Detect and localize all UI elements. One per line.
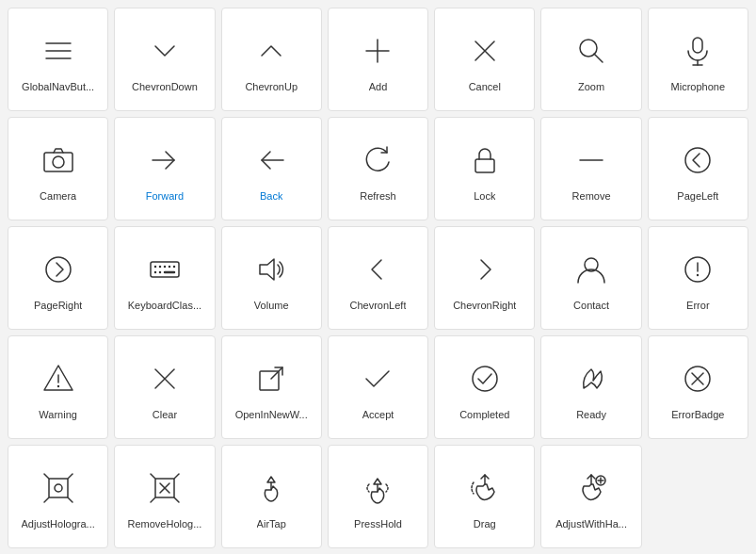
volume-icon xyxy=(249,247,294,292)
back-icon xyxy=(249,138,294,183)
icon-cell-back[interactable]: Back xyxy=(221,117,322,220)
icon-cell-press-hold[interactable]: PressHold xyxy=(328,445,428,548)
icon-label-cancel: Cancel xyxy=(469,81,501,93)
icon-label-page-left: PageLeft xyxy=(677,190,718,203)
icon-label-add: Add xyxy=(369,81,388,93)
icon-cell-camera[interactable]: Camera xyxy=(8,117,108,220)
air-tap-icon xyxy=(249,465,294,511)
icon-label-remove: Remove xyxy=(572,190,611,203)
icon-cell-air-tap[interactable]: AirTap xyxy=(221,445,322,548)
icon-cell-completed[interactable]: Completed xyxy=(434,335,535,439)
icon-label-microphone: Microphone xyxy=(671,81,725,93)
icon-label-refresh: Refresh xyxy=(360,190,396,203)
icon-cell-remove-holo[interactable]: RemoveHolog... xyxy=(114,445,215,548)
icon-cell-adjust-hand[interactable]: AdjustWithHa... xyxy=(540,445,641,548)
icon-cell-drag[interactable]: Drag xyxy=(434,445,535,548)
icon-cell-chevron-up[interactable]: ChevronUp xyxy=(221,8,322,111)
icon-cell-zoom[interactable]: Zoom xyxy=(540,8,641,111)
svg-line-54 xyxy=(151,497,155,502)
svg-line-40 xyxy=(271,367,282,379)
cancel-icon xyxy=(462,28,507,73)
svg-line-49 xyxy=(68,497,72,502)
svg-rect-20 xyxy=(151,262,179,277)
camera-icon xyxy=(36,138,81,183)
icon-cell-warning[interactable]: Warning xyxy=(8,335,108,439)
icon-label-forward: Forward xyxy=(146,190,184,203)
icon-cell-add[interactable]: Add xyxy=(328,8,428,111)
svg-point-19 xyxy=(46,257,71,282)
svg-rect-45 xyxy=(49,479,68,497)
accept-icon xyxy=(355,356,400,401)
svg-line-48 xyxy=(44,497,49,502)
refresh-icon xyxy=(355,138,400,183)
icon-cell-contact[interactable]: Contact xyxy=(540,226,641,330)
adjust-holo-icon xyxy=(36,465,81,511)
ready-icon xyxy=(569,356,614,401)
icon-label-global-nav: GlobalNavBut... xyxy=(22,81,94,93)
svg-point-33 xyxy=(697,274,699,276)
icon-cell-error-badge[interactable]: ErrorBadge xyxy=(648,335,748,439)
svg-line-53 xyxy=(174,474,179,479)
svg-point-50 xyxy=(55,484,62,492)
open-new-icon xyxy=(249,356,294,401)
icon-cell-lock[interactable]: Lock xyxy=(434,117,535,220)
icon-cell-refresh[interactable]: Refresh xyxy=(328,117,428,220)
svg-rect-9 xyxy=(693,38,702,53)
icon-label-drag: Drag xyxy=(474,518,496,530)
icon-grid: GlobalNavBut... ChevronDown ChevronUp Ad… xyxy=(8,8,748,548)
svg-rect-12 xyxy=(44,153,72,171)
icon-cell-ready[interactable]: Ready xyxy=(540,335,641,439)
icon-cell-page-right[interactable]: PageRight xyxy=(8,226,108,330)
icon-cell-volume[interactable]: Volume xyxy=(221,226,322,330)
icon-cell-forward[interactable]: Forward xyxy=(114,117,215,220)
icon-label-back: Back xyxy=(260,190,282,203)
icon-cell-page-left[interactable]: PageLeft xyxy=(648,117,748,220)
remove-icon xyxy=(569,138,614,183)
icon-label-keyboard: KeyboardClas... xyxy=(128,300,201,312)
icon-cell-cancel[interactable]: Cancel xyxy=(434,8,535,111)
icon-cell-open-new[interactable]: OpenInNewW... xyxy=(221,335,322,439)
icon-label-page-right: PageRight xyxy=(34,300,82,312)
svg-point-36 xyxy=(56,385,58,387)
error-badge-icon xyxy=(675,356,720,401)
icon-label-chevron-right: ChevronRight xyxy=(453,300,516,312)
icon-cell-clear[interactable]: Clear xyxy=(114,335,215,439)
icon-label-warning: Warning xyxy=(39,409,77,421)
icon-label-error: Error xyxy=(686,300,709,312)
icon-label-air-tap: AirTap xyxy=(257,518,286,530)
page-right-icon xyxy=(36,247,81,292)
icon-label-error-badge: ErrorBadge xyxy=(671,409,724,421)
svg-point-18 xyxy=(685,148,710,172)
icon-label-adjust-hand: AdjustWithHa... xyxy=(555,518,627,530)
icon-label-chevron-down: ChevronDown xyxy=(132,81,198,93)
icon-cell-remove[interactable]: Remove xyxy=(540,117,641,220)
remove-holo-icon xyxy=(142,465,187,511)
forward-icon xyxy=(142,138,187,183)
icon-label-press-hold: PressHold xyxy=(354,518,402,530)
icon-cell-accept[interactable]: Accept xyxy=(328,335,428,439)
icon-label-lock: Lock xyxy=(474,190,495,203)
icon-cell-error[interactable]: Error xyxy=(648,226,748,330)
error-icon xyxy=(675,247,720,292)
icon-cell-global-nav[interactable]: GlobalNavBut... xyxy=(8,8,108,111)
svg-marker-29 xyxy=(260,259,274,280)
icon-label-completed: Completed xyxy=(459,409,509,421)
icon-label-chevron-left: ChevronLeft xyxy=(350,300,407,312)
global-nav-icon xyxy=(36,28,81,73)
keyboard-icon xyxy=(142,247,187,292)
adjust-hand-icon xyxy=(569,465,614,511)
icon-cell-microphone[interactable]: Microphone xyxy=(648,8,748,111)
icon-label-volume: Volume xyxy=(254,300,289,312)
icon-cell-chevron-left[interactable]: ChevronLeft xyxy=(328,226,428,330)
icon-cell-chevron-down[interactable]: ChevronDown xyxy=(114,8,215,111)
lock-icon xyxy=(462,138,507,183)
icon-cell-adjust-holo[interactable]: AdjustHologra... xyxy=(8,445,108,548)
icon-label-clear: Clear xyxy=(153,409,177,421)
icon-cell-chevron-right[interactable]: ChevronRight xyxy=(434,226,535,330)
chevron-down-icon xyxy=(142,28,187,73)
svg-line-47 xyxy=(68,474,72,479)
warning-icon xyxy=(36,356,81,401)
zoom-icon xyxy=(569,28,614,73)
icon-cell-keyboard[interactable]: KeyboardClas... xyxy=(114,226,215,330)
icon-label-chevron-up: ChevronUp xyxy=(245,81,298,93)
